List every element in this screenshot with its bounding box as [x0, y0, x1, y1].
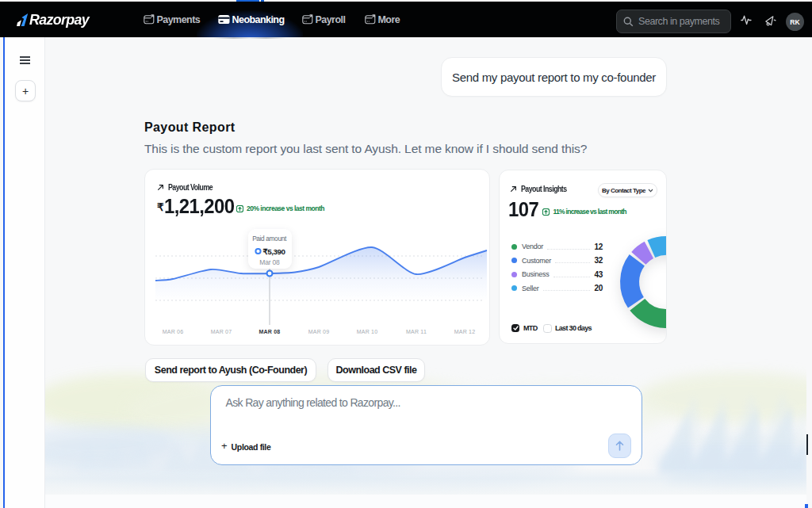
svg-text:MAR 12: MAR 12 [454, 329, 476, 334]
svg-text:MAR 06: MAR 06 [163, 329, 184, 334]
svg-text:MAR 08: MAR 08 [259, 329, 281, 334]
svg-text:MAR 09: MAR 09 [308, 329, 330, 334]
svg-text:MAR 11: MAR 11 [406, 329, 427, 334]
svg-text:Paid amount: Paid amount [252, 235, 287, 243]
svg-text:Mar 08: Mar 08 [259, 258, 280, 266]
svg-text:MAR 07: MAR 07 [211, 329, 232, 334]
svg-text:MAR 10: MAR 10 [357, 329, 378, 334]
svg-text:₹5,390: ₹5,390 [263, 247, 286, 256]
